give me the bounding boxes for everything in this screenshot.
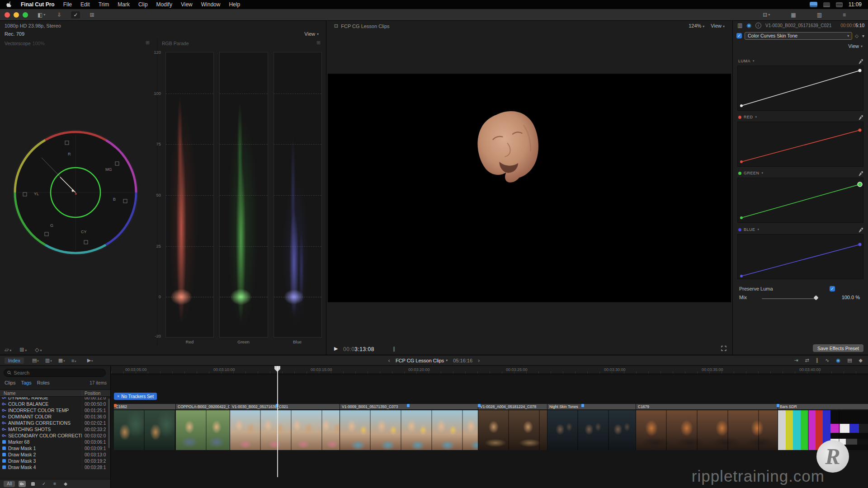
column-name[interactable]: Name xyxy=(0,391,82,396)
control-center-icon[interactable] xyxy=(836,2,843,7)
menu-view[interactable]: View xyxy=(181,1,193,8)
trim-tool-icon[interactable]: ⇥ xyxy=(794,357,798,363)
menu-clip[interactable]: Clip xyxy=(138,1,148,8)
table-row[interactable]: MATCHING SHOTS00:02:33:2 xyxy=(0,426,110,432)
transform-tool-button[interactable]: ▱▾ xyxy=(5,347,11,353)
mix-slider-thumb[interactable] xyxy=(813,295,818,300)
clip-appearance-2-button[interactable]: ▥▾ xyxy=(45,357,52,363)
tab-roles[interactable]: Roles xyxy=(37,380,50,385)
timeline-clip[interactable]: C1662 xyxy=(114,404,176,450)
menu-modify[interactable]: Modify xyxy=(156,1,172,8)
loop-range-icon[interactable]: ∥ xyxy=(393,346,396,352)
luma-curve-header[interactable]: LUMA▾ xyxy=(738,59,755,63)
index-toggle-button[interactable]: Index xyxy=(5,357,24,364)
menu-window[interactable]: Window xyxy=(201,1,221,8)
tab-tags[interactable]: Tags xyxy=(21,380,31,385)
filter-markers-button[interactable] xyxy=(29,481,37,487)
menu-trim[interactable]: Trim xyxy=(99,1,109,8)
timeline-clip[interactable]: V1-0009_B001_05171350_C073 xyxy=(340,404,478,450)
timeline-marker[interactable] xyxy=(407,404,410,407)
clip-appearance-3-button[interactable]: ▦▾ xyxy=(58,357,65,363)
timeline-clip[interactable]: Night Skin Tones xyxy=(547,404,636,450)
red-curve-graph[interactable] xyxy=(737,122,863,167)
close-window-button[interactable] xyxy=(5,12,10,18)
timeline-clip[interactable]: V1-0028_A004_05181224_C078 xyxy=(478,404,547,450)
table-row[interactable]: Marker 6800:03:06:1 xyxy=(0,439,110,445)
blue-curve-header[interactable]: BLUE▾ xyxy=(738,227,760,232)
filter-chapters-button[interactable]: ≡ xyxy=(51,481,58,487)
tab-video-inspector[interactable]: ▥ xyxy=(737,22,742,28)
timeline-clip[interactable]: COPPOLA-B002_09200422_C... xyxy=(176,404,230,450)
playhead[interactable] xyxy=(277,366,278,477)
zoom-window-button[interactable] xyxy=(23,12,28,18)
timeline-marker[interactable] xyxy=(478,404,481,407)
table-row[interactable]: Draw Mask 200:03:13:0 xyxy=(0,451,110,458)
table-row[interactable]: Draw Mask 400:03:28:1 xyxy=(0,464,110,470)
filter-all-button[interactable]: All xyxy=(4,481,15,487)
tab-info-inspector[interactable]: i xyxy=(755,23,761,28)
parade-settings-icon[interactable]: ⊞ xyxy=(316,40,321,46)
eyedropper-icon[interactable] xyxy=(858,171,863,176)
apple-menu-icon[interactable] xyxy=(6,1,12,8)
chevron-down-icon[interactable]: ▾ xyxy=(862,33,864,38)
close-icon[interactable]: × xyxy=(117,394,119,399)
vectorscope-settings-icon[interactable]: ⊞ xyxy=(146,40,150,46)
curves-view-menu[interactable]: View▾ xyxy=(848,43,863,49)
timeline-marker[interactable] xyxy=(114,404,117,407)
tab-color-inspector[interactable]: ◉ xyxy=(746,22,751,28)
red-curve-header[interactable]: RED▾ xyxy=(738,115,757,119)
snapping-icon[interactable]: ◉ xyxy=(836,357,841,363)
minimize-window-button[interactable] xyxy=(14,12,19,18)
timeline-clip[interactable]: C1679 xyxy=(636,404,778,450)
table-row[interactable]: INCORRECT COLOR TEMP00:01:25:1 xyxy=(0,407,110,413)
table-row[interactable]: COLOR BALANCE00:00:50:0 xyxy=(0,401,110,407)
green-curve-header[interactable]: GREEN▾ xyxy=(738,171,764,175)
play-button[interactable]: ▶ xyxy=(334,346,338,352)
video-canvas[interactable] xyxy=(328,74,731,302)
browser-filmstrip-button[interactable]: ▥ xyxy=(815,11,824,19)
table-row[interactable]: Draw Mask 100:03:09:1 xyxy=(0,445,110,451)
timeline-area[interactable]: 00:03:05:00 00:03:10:00 00:03:15:00 00:0… xyxy=(111,366,868,488)
filter-analysis-button[interactable]: ◆ xyxy=(62,481,69,487)
table-row[interactable]: DOMINANT COLOR00:01:36:0 xyxy=(0,413,110,420)
timeline-ruler[interactable]: 00:03:05:00 00:03:10:00 00:03:15:00 00:0… xyxy=(111,366,868,374)
timeline-clip[interactable]: V1-0030_B002_05171639_C021 xyxy=(230,404,340,450)
index-search-field[interactable] xyxy=(4,369,106,377)
viewer-view-menu[interactable]: View▾ xyxy=(711,23,725,28)
timeline-project-menu[interactable]: FCP CG Lesson Clips▾ xyxy=(396,358,448,363)
effect-selector[interactable]: Color Curves Skin Tone▾ xyxy=(745,32,852,40)
blade-tool-icon[interactable]: ∥ xyxy=(816,357,819,363)
browser-list-button[interactable]: ≡ xyxy=(840,11,848,19)
viewer-overlay-button[interactable]: ⊞ xyxy=(87,11,96,19)
effects-browser-icon[interactable]: ◆ xyxy=(859,357,863,363)
no-trackers-badge[interactable]: ×No Trackers Set xyxy=(114,393,157,400)
tab-clips[interactable]: Clips xyxy=(5,380,15,385)
sidebar-toggle-button[interactable]: ◧▾ xyxy=(35,11,47,19)
green-curve-graph[interactable] xyxy=(737,178,863,223)
viewer-zoom-menu[interactable]: 124%▾ xyxy=(689,23,704,28)
import-media-button[interactable]: ⇩ xyxy=(55,11,64,19)
eyedropper-icon[interactable] xyxy=(858,115,863,120)
skimming-icon[interactable]: ∿ xyxy=(825,357,829,363)
next-project-button[interactable]: › xyxy=(478,357,480,364)
search-input[interactable] xyxy=(14,370,102,375)
filter-keywords-button[interactable] xyxy=(19,481,26,487)
scopes-view-menu[interactable]: View▾ xyxy=(304,31,319,37)
pointer-tool-button[interactable]: ▶▾ xyxy=(87,357,93,363)
table-row[interactable]: Draw Mask 300:03:19:2 xyxy=(0,458,110,464)
distort-tool-button[interactable]: ◇▾ xyxy=(35,347,42,353)
mix-slider-track[interactable] xyxy=(762,298,816,299)
eyedropper-icon[interactable] xyxy=(858,59,863,64)
table-row[interactable]: ANIMATING CORRECTIONS00:02:02:1 xyxy=(0,420,110,426)
menu-edit[interactable]: Edit xyxy=(80,1,90,8)
clip-appearance-1-button[interactable]: ▤▾ xyxy=(32,357,39,363)
previous-project-button[interactable]: ‹ xyxy=(388,357,390,364)
table-row[interactable]: SECONDARY COLOR CORRECTION00:03:02:0 xyxy=(0,432,110,439)
index-scrollbar[interactable] xyxy=(108,399,110,448)
crop-tool-button[interactable]: ⊞▾ xyxy=(19,347,27,353)
fullscreen-button[interactable] xyxy=(721,346,726,351)
clip-appearance-4-button[interactable]: ≡▾ xyxy=(71,358,76,363)
mask-icon[interactable]: ◇ xyxy=(855,33,859,38)
save-effects-preset-button[interactable]: Save Effects Preset xyxy=(813,344,863,352)
column-position[interactable]: Position xyxy=(82,391,110,396)
